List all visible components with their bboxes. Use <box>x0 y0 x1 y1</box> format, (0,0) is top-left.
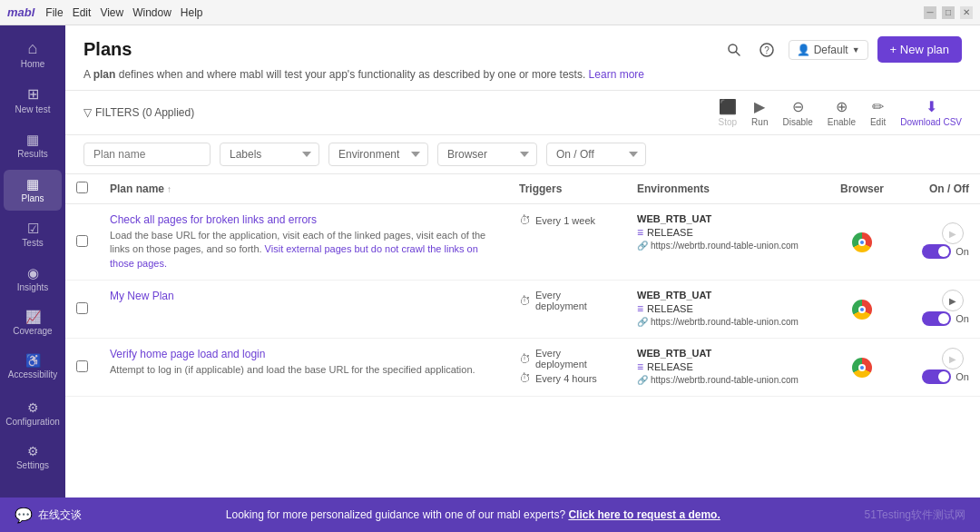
onoff-filter[interactable]: On / Off <box>546 143 646 166</box>
download-csv-action[interactable]: ⬇ Download CSV <box>900 98 962 127</box>
chrome-icon <box>852 232 872 252</box>
coverage-icon: 📈 <box>25 310 41 323</box>
sidebar-item-coverage[interactable]: 📈 Coverage <box>4 303 62 343</box>
disable-action[interactable]: ⊖ Disable <box>782 98 812 127</box>
sidebar: ⌂ Home ⊞ New test ▦ Results ▦ Plans ☑ Te… <box>0 25 65 498</box>
sidebar-label-home: Home <box>21 59 45 69</box>
enable-action[interactable]: ⊕ Enable <box>828 98 856 127</box>
search-icon-btn[interactable] <box>721 37 747 63</box>
row3-toggle[interactable]: On <box>922 369 969 384</box>
row2-url-text: https://webrtb.round-table-union.com <box>651 317 799 327</box>
header-icons: ? <box>721 37 779 63</box>
settings-icon: ⚙ <box>27 445 39 458</box>
sidebar-item-configuration[interactable]: ⚙ Configuration <box>4 394 62 434</box>
row1-toggle-track <box>922 244 951 259</box>
row3-toggle-thumb <box>938 371 949 382</box>
demo-link[interactable]: Click here to request a demo. <box>568 508 720 521</box>
menu-edit[interactable]: Edit <box>73 6 92 19</box>
row2-env-url: 🔗 https://webrtb.round-table-union.com <box>637 317 815 327</box>
row2-env-cell: WEB_RTB_UAT ≡ RELEASE 🔗 https://webrtb.r… <box>626 281 826 339</box>
row3-trigger-1: ⏱ Every deployment <box>519 348 615 369</box>
row1-checkbox[interactable] <box>76 235 88 247</box>
chrome-icon <box>852 358 872 378</box>
row2-checkbox[interactable] <box>76 302 88 314</box>
row3-plan-link[interactable]: Verify home page load and login <box>110 348 265 360</box>
minimize-button[interactable]: ─ <box>924 6 936 19</box>
row3-checkbox-cell <box>65 339 99 397</box>
accessibility-icon: ♿ <box>25 354 41 367</box>
home-icon: ⌂ <box>28 40 38 56</box>
plan-name-filter[interactable] <box>83 143 211 166</box>
maximize-button[interactable]: □ <box>942 6 955 19</box>
row1-play-button[interactable]: ▶ <box>942 222 964 244</box>
row3-toggle-label: On <box>956 371 969 382</box>
menu-window[interactable]: Window <box>132 6 172 19</box>
browser-filter[interactable]: Browser <box>437 143 537 166</box>
filter-text: FILTERS (0 Applied) <box>95 106 194 119</box>
menu-help[interactable]: Help <box>181 6 203 19</box>
sidebar-item-insights[interactable]: ◉ Insights <box>4 259 62 300</box>
row1-trigger-1: ⏱ Every 1 week <box>519 213 615 227</box>
row3-onoff-cell: ▶ On <box>898 339 980 397</box>
window-controls: ─ □ ✕ <box>924 6 973 19</box>
row1-triggers-cell: ⏱ Every 1 week <box>508 204 626 281</box>
tests-icon: ☑ <box>27 222 39 235</box>
row2-toggle-thumb <box>938 313 949 324</box>
app-logo: mabl <box>7 5 34 19</box>
svg-line-1 <box>736 52 740 55</box>
bottom-bar: 💬 在线交谈 Looking for more personalized gui… <box>0 498 980 532</box>
row3-browser-cell <box>826 339 898 397</box>
select-all-checkbox[interactable] <box>76 182 88 193</box>
row1-url-text: https://webrtb.round-table-union.com <box>651 241 799 251</box>
table-header: Plan name ↑ Triggers Environments Browse… <box>65 174 980 204</box>
row3-url-text: https://webrtb.round-table-union.com <box>651 375 799 385</box>
environment-filter[interactable]: Environment <box>328 143 428 166</box>
row3-trigger-text-2: Every 4 hours <box>535 373 597 384</box>
user-chevron-icon: ▼ <box>852 45 860 54</box>
row3-trigger-2: ⏱ Every 4 hours <box>519 371 615 385</box>
row2-toggle[interactable]: On <box>922 311 969 326</box>
row1-plan-cell: Check all pages for broken links and err… <box>99 204 508 281</box>
row1-toggle[interactable]: On <box>922 244 969 259</box>
menu-file[interactable]: File <box>45 6 63 19</box>
row1-toggle-label: On <box>956 246 969 257</box>
row2-plan-cell: My New Plan <box>99 281 508 339</box>
user-badge[interactable]: 👤 Default ▼ <box>789 40 868 60</box>
description-text-1: A <box>83 68 93 81</box>
stop-action: ⬛ Stop <box>719 98 738 127</box>
table-controls: Labels Environment Browser On / Off <box>65 135 980 174</box>
row2-toggle-label: On <box>956 313 969 324</box>
header-right: ? 👤 Default ▼ + New plan <box>721 36 962 63</box>
sidebar-item-settings[interactable]: ⚙ Settings <box>4 438 62 478</box>
th-plan-name[interactable]: Plan name ↑ <box>99 174 508 204</box>
link-icon: 🔗 <box>637 375 648 385</box>
row2-plan-link[interactable]: My New Plan <box>110 290 174 302</box>
row1-trigger-text: Every 1 week <box>535 215 595 226</box>
bottom-message-text: Looking for more personalized guidance w… <box>226 508 569 521</box>
new-plan-button[interactable]: + New plan <box>877 36 962 63</box>
watermark: 51Testing软件测试网 <box>865 507 965 523</box>
labels-filter[interactable]: Labels <box>220 143 319 166</box>
chat-button[interactable]: 💬 在线交谈 <box>15 507 82 524</box>
tag-icon: ≡ <box>637 226 643 239</box>
title-bar: mabl File Edit View Window Help ─ □ ✕ <box>0 0 980 25</box>
sidebar-item-results[interactable]: ▦ Results <box>4 125 62 166</box>
sidebar-item-plans[interactable]: ▦ Plans <box>4 170 62 211</box>
sidebar-item-new-test[interactable]: ⊞ New test <box>4 80 62 122</box>
help-icon-btn[interactable]: ? <box>754 37 779 63</box>
run-action[interactable]: ▶ Run <box>751 98 768 127</box>
row3-checkbox[interactable] <box>76 360 88 372</box>
chat-icon: 💬 <box>15 507 33 524</box>
close-button[interactable]: ✕ <box>960 6 973 19</box>
sidebar-item-accessibility[interactable]: ♿ Accessibility <box>4 347 62 387</box>
learn-more-link[interactable]: Learn more <box>589 68 644 81</box>
row2-play-button[interactable]: ▶ <box>942 290 964 311</box>
row1-browser-cell <box>826 204 898 281</box>
results-icon: ▦ <box>26 133 39 146</box>
edit-action[interactable]: ✏ Edit <box>870 98 886 127</box>
sidebar-item-tests[interactable]: ☑ Tests <box>4 214 62 255</box>
row1-plan-link[interactable]: Check all pages for broken links and err… <box>110 213 317 226</box>
sidebar-item-home[interactable]: ⌂ Home <box>4 33 62 76</box>
menu-view[interactable]: View <box>100 6 123 19</box>
row3-play-button[interactable]: ▶ <box>942 348 964 369</box>
